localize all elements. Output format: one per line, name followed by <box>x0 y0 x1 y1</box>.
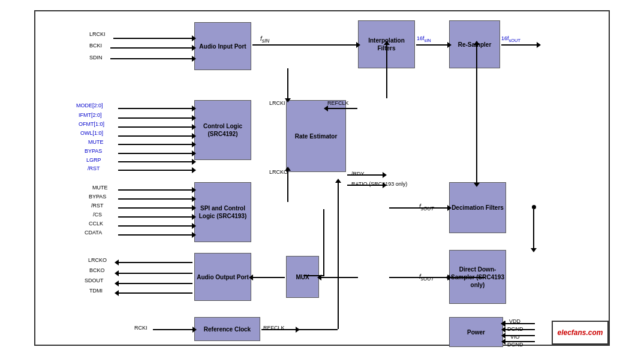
ofmt-arrow <box>118 126 192 128</box>
cclk-arrow <box>118 225 192 227</box>
control-logic-block: Control Logic (SRC4192) <box>194 100 251 160</box>
tdmi-arrow <box>118 292 192 294</box>
rate-estimator-block: Rate Estimator <box>286 100 346 172</box>
owl-label: OWL[1:0] <box>80 130 103 136</box>
sdout-arrow <box>118 283 192 284</box>
refclk-h-line <box>261 329 338 330</box>
ifmt-label: IFMT[2:0] <box>79 112 102 118</box>
lrcko-out-arrow <box>118 262 192 263</box>
power-arrow-2 <box>505 329 535 330</box>
rdy-arrow <box>347 174 383 176</box>
power-arrow-3 <box>505 335 535 336</box>
16fsin-label: 16fsIN <box>417 35 431 43</box>
tdmi-label: TDMI <box>89 288 103 294</box>
dec-dot <box>532 205 536 209</box>
lrcki-arrow-1 <box>113 38 192 39</box>
lgrp-label: LGRP <box>86 157 101 163</box>
power-block: Power <box>449 317 503 347</box>
bcki-arrow <box>110 47 192 49</box>
cdata-label: CDATA <box>85 230 102 236</box>
mux-block: MUX <box>286 256 319 298</box>
ofmt-label: OFMT[1:0] <box>79 121 104 127</box>
rst-arrow-2 <box>118 207 192 209</box>
ratio-arrow <box>347 185 383 186</box>
rcki-label: RCKI <box>134 325 148 331</box>
mute-label-1: MUTE <box>88 139 104 145</box>
lrcko-out-label: LRCKO <box>88 257 107 263</box>
resampler-to-dec-arrow <box>476 70 477 183</box>
block-diagram: Audio Input Port Interpolation Filters R… <box>34 10 610 346</box>
sdin-label: SDIN <box>89 55 103 61</box>
brand-box: elecfans.com <box>552 321 609 345</box>
fsout-dd-arrow <box>389 277 448 278</box>
cs-arrow <box>118 216 192 218</box>
bypas-label-1: BYPAS <box>85 148 102 154</box>
lgrp-arrow <box>118 161 192 162</box>
rdy-label: /RDY <box>351 171 365 177</box>
power-arrow-1 <box>505 323 535 324</box>
bcki-label: BCKI <box>89 43 102 49</box>
sdout-label: SDOUT <box>85 277 104 283</box>
lrcki-v-arrow <box>287 68 288 99</box>
mute-label-2: MUTE <box>92 185 108 191</box>
refclk-re-arrow <box>327 108 357 109</box>
ifmt-arrow <box>118 117 192 119</box>
cs-label: /CS <box>93 212 102 218</box>
dd-output-arrow <box>449 277 485 278</box>
dec-to-dd-arrow <box>533 209 534 249</box>
dec-to-mux-v <box>323 209 324 275</box>
audio-input-port-block: Audio Input Port <box>194 22 251 70</box>
bcko-out-label: BCKO <box>89 267 105 273</box>
rst-arrow-1 <box>118 170 192 171</box>
bypas-arrow-2 <box>118 198 192 200</box>
reference-clock-block: Reference Clock <box>194 317 260 341</box>
16fsout-arrow <box>501 44 537 46</box>
rst-label-2: /RST <box>91 203 104 209</box>
cclk-label: CCLK <box>89 221 103 227</box>
dgnd-label-2: DGND <box>507 342 523 348</box>
lrcki-re-label: LRCKI <box>269 100 285 106</box>
16fsout-label: 16fsOUT <box>501 35 520 43</box>
watermark-text: elecfans.com <box>557 328 603 337</box>
ratio-label: RATIO (SRC4193 only) <box>351 181 407 187</box>
fsin-label: fsIN <box>260 35 269 44</box>
audio-output-port-block: Audio Output Port <box>194 253 251 301</box>
bypas-label-2: BYPAS <box>89 194 106 200</box>
power-arrow-4 <box>505 341 535 342</box>
bcko-out-arrow <box>118 273 192 274</box>
refclk-re-label: REFCLK <box>327 100 349 106</box>
mode-arrow <box>118 108 192 109</box>
rst-label-1: /RST <box>88 165 100 171</box>
refclk-v-arrow <box>338 182 339 329</box>
dd-to-mux-arrow <box>321 277 358 278</box>
rcki-arrow <box>153 329 193 330</box>
mode-label: MODE[2:0] <box>76 102 103 108</box>
lrcki-label-1: LRCKI <box>89 31 106 37</box>
sdin-arrow <box>110 58 192 59</box>
re-to-interp-arrow <box>386 44 387 98</box>
fsout-dec-arrow <box>389 207 448 209</box>
spi-control-block: SPI and Control Logic (SRC4193) <box>194 182 251 242</box>
page-container: Audio Input Port Interpolation Filters R… <box>0 0 644 356</box>
mute-arrow-2 <box>118 189 192 191</box>
lrcko-v-arrow <box>287 170 288 202</box>
16fsin-arrow <box>416 44 448 46</box>
cdata-arrow <box>118 234 192 236</box>
bypas-arrow-1 <box>118 153 192 154</box>
fsin-arrow <box>252 44 357 46</box>
mute-arrow-1 <box>118 144 192 145</box>
mux-to-output-arrow <box>252 277 285 278</box>
decimation-filters-block: Decimation Filters <box>449 182 506 233</box>
owl-arrow <box>118 135 192 137</box>
